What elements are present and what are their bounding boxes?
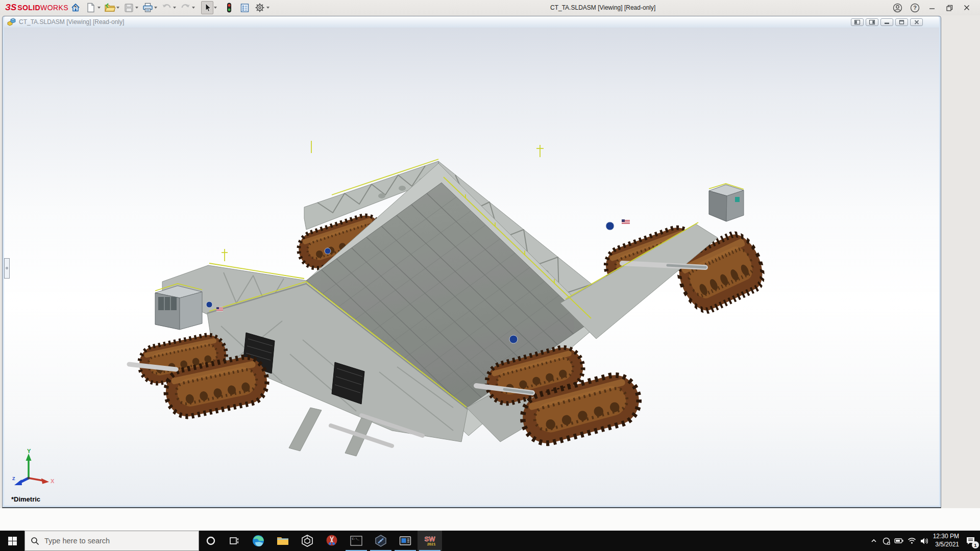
minimize-icon: [928, 4, 936, 11]
open-folder-icon: [104, 3, 115, 13]
redo-dropdown[interactable]: [192, 7, 195, 9]
main-toolbar: [69, 0, 273, 15]
select-tool-dropdown[interactable]: [214, 7, 217, 9]
orientation-triad[interactable]: Y X Z: [11, 448, 58, 492]
account-button[interactable]: [892, 3, 902, 13]
select-tool-button[interactable]: [201, 1, 213, 14]
save-floppy-icon: [124, 3, 134, 13]
print-button[interactable]: [141, 1, 154, 14]
options-dropdown[interactable]: [266, 7, 270, 9]
svg-text:X: X: [51, 478, 55, 484]
wifi-icon: [908, 537, 916, 544]
home-button[interactable]: [69, 1, 82, 14]
operator-cab: [155, 286, 202, 330]
undo-dropdown[interactable]: [173, 7, 176, 9]
taskbar-app-command-prompt[interactable]: C:\_: [344, 531, 369, 551]
svg-text:2021: 2021: [427, 542, 436, 546]
redo-button[interactable]: [179, 1, 191, 14]
action-center-button[interactable]: 1: [961, 531, 980, 551]
open-dropdown[interactable]: [116, 7, 119, 9]
svg-text:Z: Z: [12, 476, 15, 481]
document-title: CT_TA.SLDASM [Viewing] [Read-only]: [19, 18, 124, 26]
doc-restore-button[interactable]: [895, 18, 908, 26]
cad-model-crawler-transporter[interactable]: [4, 28, 939, 506]
tray-volume-button[interactable]: [918, 531, 931, 551]
solidworks-2021-icon: SW 2021: [423, 534, 437, 548]
save-button[interactable]: [122, 1, 135, 14]
restore-icon: [946, 4, 953, 12]
new-document-dropdown[interactable]: [97, 7, 101, 9]
remote-window-icon: [399, 534, 412, 547]
us-flag-decal: [622, 219, 630, 224]
rebuild-traffic-light-icon: [225, 3, 233, 13]
taskbar-app-edge[interactable]: [246, 531, 271, 551]
taskbar-search[interactable]: [24, 531, 199, 551]
taskbar-app-file-explorer[interactable]: [271, 531, 295, 551]
options-gear-icon: [255, 3, 265, 13]
undo-button[interactable]: [160, 1, 173, 14]
taskbar-app-3d-viewer[interactable]: [295, 531, 320, 551]
app-window-controls: ?: [892, 0, 980, 15]
hexagon-app-icon: [374, 534, 387, 547]
print-icon: [142, 3, 153, 13]
rebuild-button[interactable]: [223, 1, 235, 14]
restore-button[interactable]: [944, 3, 954, 13]
taskbar-clock[interactable]: 12:30 PM 3/5/2021: [931, 531, 961, 551]
cortana-icon: [206, 536, 216, 546]
tray-meet-now-button[interactable]: [880, 531, 893, 551]
file-properties-button[interactable]: [238, 1, 251, 14]
battery-icon: [894, 537, 904, 544]
document-titlebar[interactable]: CT_TA.SLDASM [Viewing] [Read-only]: [4, 16, 939, 28]
graphics-viewport[interactable]: Y X Z *Dimetric: [4, 28, 939, 506]
command-prompt-icon: C:\_: [350, 534, 363, 547]
app-window-title: CT_TA.SLDASM [Viewing] [Read-only]: [550, 4, 655, 11]
taskbar-app-dev-hexagon[interactable]: [369, 531, 393, 551]
app-background-strip: [0, 508, 980, 531]
doc-minimize-icon: [884, 20, 890, 24]
open-button[interactable]: [104, 1, 116, 14]
help-button[interactable]: ?: [910, 3, 920, 13]
assembly-document-icon: [7, 18, 16, 26]
meet-now-icon: [882, 537, 891, 545]
start-button[interactable]: [0, 531, 24, 551]
minimize-button[interactable]: [927, 3, 937, 13]
windows-logo-icon: [8, 537, 17, 545]
ds-logo-icon: ЗS: [5, 3, 16, 13]
pane-right-button[interactable]: [866, 18, 878, 26]
new-document-button[interactable]: [85, 1, 97, 14]
search-icon: [31, 537, 39, 545]
speaker-icon: [920, 537, 929, 545]
doc-minimize-button[interactable]: [880, 18, 893, 26]
us-flag-decal: [216, 307, 223, 311]
3d-viewer-icon: [301, 534, 314, 547]
feature-pane-splitter[interactable]: [4, 258, 10, 279]
tray-network-button[interactable]: [905, 531, 918, 551]
pane-left-button[interactable]: [851, 18, 864, 26]
view-orientation-label: *Dimetric: [11, 495, 40, 503]
doc-close-button[interactable]: [910, 18, 923, 26]
save-dropdown[interactable]: [135, 7, 138, 9]
search-input[interactable]: [44, 537, 182, 545]
edge-icon: [252, 534, 265, 547]
options-button[interactable]: [254, 1, 266, 14]
taskbar-app-remote-window[interactable]: [393, 531, 418, 551]
help-icon: ?: [910, 3, 920, 13]
close-button[interactable]: [962, 3, 972, 13]
print-dropdown[interactable]: [154, 7, 157, 9]
splitter-handle-dot: [6, 267, 8, 269]
document-window: CT_TA.SLDASM [Viewing] [Read-only]: [2, 16, 941, 508]
cortana-button[interactable]: [199, 531, 223, 551]
close-icon: [963, 4, 970, 11]
doc-close-icon: [914, 20, 919, 24]
home-icon: [70, 3, 81, 13]
svg-text:?: ?: [913, 5, 917, 11]
windows-taskbar: C:\_ SW 2021: [0, 531, 980, 551]
task-view-button[interactable]: [223, 531, 246, 551]
redo-icon: [180, 3, 191, 12]
taskbar-app-solidworks[interactable]: SW 2021: [418, 531, 442, 551]
account-icon: [893, 3, 902, 13]
tray-battery-button[interactable]: [893, 531, 905, 551]
select-cursor-icon: [203, 3, 212, 13]
taskbar-app-snip-sketch[interactable]: [320, 531, 344, 551]
tray-chevron-button[interactable]: [867, 531, 880, 551]
